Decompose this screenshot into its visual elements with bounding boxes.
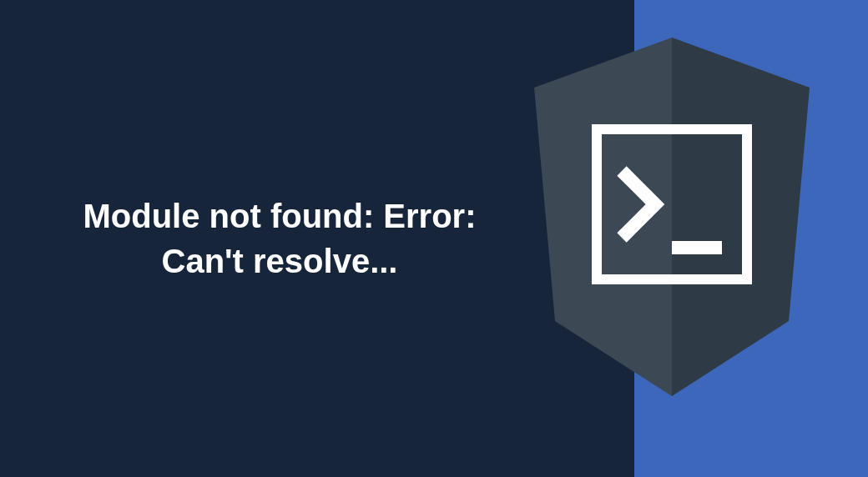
shield-right-face bbox=[672, 38, 810, 396]
hero-banner: Module not found: Error: Can't resolve..… bbox=[0, 0, 868, 477]
error-heading: Module not found: Error: Can't resolve..… bbox=[83, 193, 476, 284]
angular-shield-icon bbox=[522, 38, 822, 438]
heading-line-1: Module not found: Error: bbox=[83, 198, 476, 234]
shield-badge bbox=[522, 38, 822, 438]
heading-line-2: Can't resolve... bbox=[162, 243, 398, 279]
